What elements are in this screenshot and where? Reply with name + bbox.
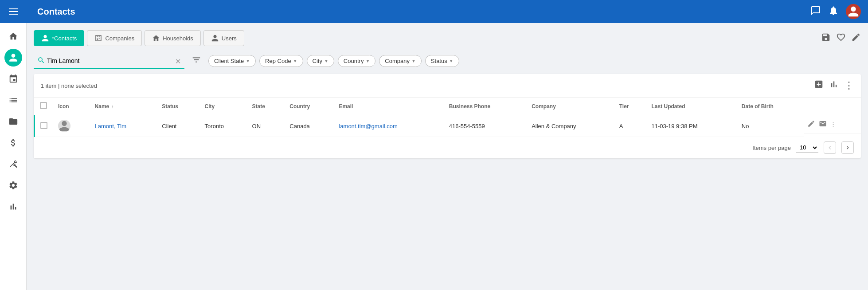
sidebar-icon-home[interactable] <box>4 27 22 45</box>
contacts-table: Icon Name ↑ Status City State Country Em… <box>34 98 861 137</box>
col-email-header: Email <box>333 98 443 115</box>
col-tier-header: Tier <box>614 98 646 115</box>
contact-avatar <box>58 120 70 132</box>
filter-icon[interactable] <box>188 53 205 69</box>
table-column-headers: Icon Name ↑ Status City State Country Em… <box>35 98 861 115</box>
col-dob-header: Date of Birth <box>736 98 804 115</box>
select-all-checkbox[interactable] <box>40 102 47 109</box>
row-state-cell: ON <box>247 115 285 137</box>
col-city-header: City <box>199 98 247 115</box>
sidebar-icon-tasks[interactable] <box>4 91 22 109</box>
sidebar-icon-dollar[interactable] <box>4 134 22 152</box>
filter-status[interactable]: Status ▼ <box>425 55 459 67</box>
filter-country-label: Country <box>344 58 364 64</box>
favorite-icon[interactable] <box>836 32 846 44</box>
col-actions-header <box>804 98 861 115</box>
filter-company-arrow: ▼ <box>411 59 416 63</box>
col-country-header: Country <box>284 98 333 115</box>
tabs-container: *Contacts Companies Households Users <box>34 30 244 46</box>
more-icon[interactable]: ⋮ <box>844 80 854 91</box>
row-country-cell: Canada <box>284 115 333 137</box>
table-actions: ⋮ <box>814 79 854 92</box>
row-dob-cell: No <box>736 115 804 137</box>
table-header: 1 item | none selected ⋮ <box>34 74 861 98</box>
col-company-header: Company <box>526 98 614 115</box>
prev-page-button[interactable] <box>824 141 836 154</box>
tab-companies-label: Companies <box>105 35 134 42</box>
contacts-table-card: 1 item | none selected ⋮ <box>34 74 861 158</box>
edit-row-icon[interactable] <box>807 120 815 129</box>
row-lastupdated-cell: 11-03-19 9:38 PM <box>646 115 736 137</box>
save-icon[interactable] <box>821 32 831 44</box>
search-icon <box>37 56 45 66</box>
hamburger-button[interactable] <box>0 0 27 23</box>
tab-households[interactable]: Households <box>145 30 201 46</box>
table-row: Lamont, Tim Client Toronto ON Canada lam… <box>35 115 861 137</box>
col-state-header: State <box>247 98 285 115</box>
contact-name-link[interactable]: Lamont, Tim <box>95 123 127 129</box>
left-panel <box>0 0 27 290</box>
tab-users-label: Users <box>222 35 237 42</box>
email-row-icon[interactable] <box>819 120 827 129</box>
tab-contacts-label: *Contacts <box>52 35 77 42</box>
filter-country[interactable]: Country ▼ <box>338 55 375 67</box>
tab-companies[interactable]: Companies <box>87 30 142 46</box>
row-company-cell: Allen & Company <box>526 115 614 137</box>
chart-icon[interactable] <box>829 79 839 92</box>
filter-country-arrow: ▼ <box>365 59 370 63</box>
top-navigation: Contacts <box>27 0 868 23</box>
col-status-header: Status <box>156 98 199 115</box>
filter-company-label: Company <box>385 58 410 64</box>
tab-users[interactable]: Users <box>203 30 244 46</box>
filter-rep-code-label: Rep Code <box>265 58 291 64</box>
edit-icon[interactable] <box>851 32 861 44</box>
filter-city-label: City <box>313 58 322 64</box>
content-area: *Contacts Companies Households Users <box>27 23 868 290</box>
row-name-cell: Lamont, Tim <box>90 115 157 137</box>
app-title: Contacts <box>37 7 810 17</box>
row-tier-cell: A <box>614 115 646 137</box>
items-per-page-select[interactable]: 10 25 50 100 <box>796 143 818 153</box>
items-per-page-label: Items per page <box>752 145 791 151</box>
next-page-button[interactable] <box>841 141 854 154</box>
row-city-cell: Toronto <box>199 115 247 137</box>
add-icon[interactable] <box>814 79 824 92</box>
contact-email-link[interactable]: lamont.tim@gmail.com <box>339 123 397 129</box>
sidebar-icon-folder[interactable] <box>4 113 22 130</box>
row-phone-cell: 416-554-5559 <box>444 115 526 137</box>
tab-contacts[interactable]: *Contacts <box>34 30 84 46</box>
filter-city-arrow: ▼ <box>324 59 328 63</box>
row-inline-actions: ⋮ <box>804 115 861 134</box>
filter-status-label: Status <box>431 58 447 64</box>
row-checkbox-cell <box>35 115 53 137</box>
filter-rep-code-arrow: ▼ <box>293 59 297 63</box>
clear-search-icon[interactable]: ✕ <box>175 57 181 65</box>
search-input-wrap: Tim Lamont ✕ <box>34 54 184 69</box>
sidebar-icon-chart[interactable] <box>4 198 22 216</box>
col-icon-header: Icon <box>53 98 90 115</box>
sidebar-icon-wrench[interactable] <box>4 155 22 173</box>
topnav-icons <box>810 4 861 19</box>
filter-client-state-label: Client State <box>214 58 244 64</box>
tab-households-label: Households <box>163 35 193 42</box>
filter-client-state[interactable]: Client State ▼ <box>208 55 256 67</box>
search-input[interactable]: Tim Lamont <box>34 54 184 69</box>
col-checkbox <box>35 98 53 115</box>
search-bar: Tim Lamont ✕ Client State ▼ Rep Code ▼ C… <box>34 53 861 69</box>
filter-city[interactable]: City ▼ <box>307 55 334 67</box>
sidebar-icon-calendar[interactable] <box>4 70 22 88</box>
sidebar-icon-settings[interactable] <box>4 176 22 194</box>
sidebar-icon-contacts[interactable] <box>4 49 22 67</box>
col-lastupdated-header: Last Updated <box>646 98 736 115</box>
more-row-icon[interactable]: ⋮ <box>830 121 836 128</box>
chat-icon[interactable] <box>810 5 821 18</box>
col-name-header[interactable]: Name ↑ <box>90 98 157 115</box>
filter-rep-code[interactable]: Rep Code ▼ <box>259 55 303 67</box>
row-checkbox[interactable] <box>40 122 47 129</box>
bell-icon[interactable] <box>828 5 839 18</box>
col-phone-header: Business Phone <box>444 98 526 115</box>
pagination: Items per page 10 25 50 100 <box>34 137 861 158</box>
filter-company[interactable]: Company ▼ <box>379 55 422 67</box>
main-content: Contacts *Contacts Compa <box>27 0 868 290</box>
user-avatar[interactable] <box>846 4 861 19</box>
